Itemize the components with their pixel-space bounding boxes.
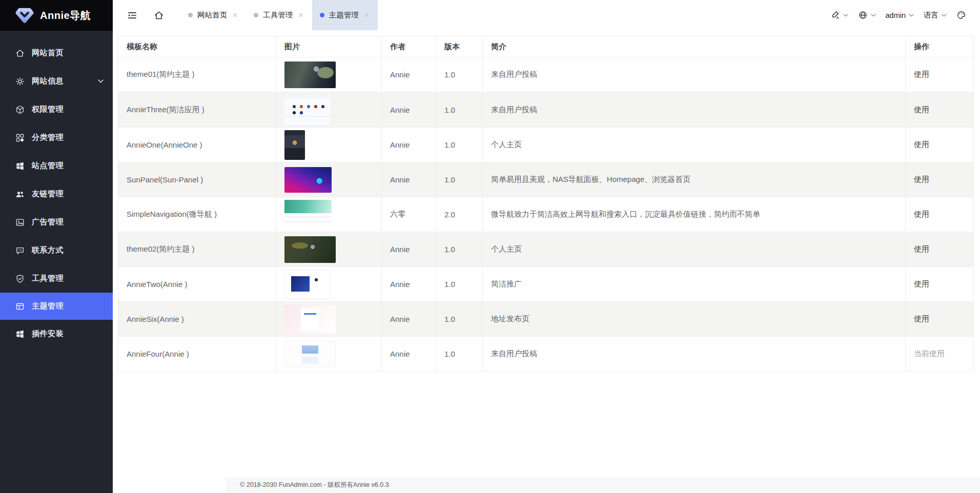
column-header-description: 简介 xyxy=(483,36,906,57)
table-row: AnnieOne(AnnieOne ) Annie 1.0 个人主页 使用 xyxy=(118,128,973,162)
template-description: 来自用户投稿 xyxy=(483,337,906,371)
template-version: 1.0 xyxy=(436,302,483,336)
topbar-right: A admin 语言 xyxy=(828,0,980,30)
template-thumbnail[interactable] xyxy=(284,305,336,334)
home-icon[interactable] xyxy=(146,0,172,30)
chevron-down-icon xyxy=(909,14,914,17)
sidebar-item-sites[interactable]: 站点管理 xyxy=(0,152,113,180)
template-author: Annie xyxy=(382,232,436,266)
main-area: 网站首页 × 工具管理 × 主题管理 × A xyxy=(113,0,980,493)
sidebar-item-themes[interactable]: 主题管理 xyxy=(0,293,113,320)
sidebar-item-site-info[interactable]: 网站信息 xyxy=(0,67,113,95)
tab-site-home[interactable]: 网站首页 × xyxy=(180,0,246,30)
user-dropdown[interactable]: admin xyxy=(883,11,917,19)
use-button[interactable]: 使用 xyxy=(914,105,929,115)
template-image-cell xyxy=(276,128,382,162)
svg-text:A: A xyxy=(836,15,839,20)
template-version: 1.0 xyxy=(436,92,483,127)
topbar: 网站首页 × 工具管理 × 主题管理 × A xyxy=(113,0,980,30)
shield-check-icon xyxy=(15,274,25,283)
template-version: 2.0 xyxy=(436,197,483,232)
tab-bar: 网站首页 × 工具管理 × 主题管理 × xyxy=(180,0,378,30)
template-name: AnnieFour(Annie ) xyxy=(118,337,276,371)
logo[interactable]: Annie导航 xyxy=(0,0,113,31)
template-thumbnail[interactable] xyxy=(284,236,336,263)
users-icon xyxy=(15,190,25,199)
theme-palette-button[interactable] xyxy=(954,10,969,20)
use-button[interactable]: 使用 xyxy=(914,279,929,289)
footer: © 2018-2030 FunAdmin.com - 版权所有Annie v6.… xyxy=(226,477,980,493)
sidebar-item-label: 分类管理 xyxy=(32,133,64,142)
sidebar-item-contact[interactable]: 联系方式 xyxy=(0,236,113,264)
brush-icon: A xyxy=(830,10,840,20)
tab-label: 工具管理 xyxy=(263,10,293,20)
chevron-down-icon xyxy=(871,14,876,17)
template-thumbnail[interactable] xyxy=(284,94,331,125)
close-icon[interactable]: × xyxy=(363,10,370,20)
template-description: 简单易用且美观，NAS导航面板、Homepage、浏览器首页 xyxy=(483,162,906,197)
copyright-text: © 2018-2030 FunAdmin.com - 版权所有Annie v6.… xyxy=(240,481,389,489)
sidebar-collapse-button[interactable] xyxy=(119,0,146,30)
tab-label: 主题管理 xyxy=(329,10,359,20)
use-button[interactable]: 使用 xyxy=(914,140,929,150)
sidebar-item-tools[interactable]: 工具管理 xyxy=(0,264,113,293)
table-row: theme01(简约主题 ) Annie 1.0 来自用户投稿 使用 xyxy=(118,57,973,92)
sidebar-item-label: 工具管理 xyxy=(32,274,64,283)
sidebar-item-friend-links[interactable]: 友链管理 xyxy=(0,180,113,208)
sidebar-item-ads[interactable]: 广告管理 xyxy=(0,208,113,236)
globe-dropdown[interactable] xyxy=(855,10,879,20)
template-thumbnail[interactable] xyxy=(284,167,332,193)
template-name: AnnieOne(AnnieOne ) xyxy=(118,128,276,162)
template-description: 微导航致力于简洁高效上网导航和搜索入口，沉淀最具价值链接，简约而不简单 xyxy=(483,197,906,232)
app-root: Annie导航 网站首页 网站信息 xyxy=(0,0,980,493)
tab-label: 网站首页 xyxy=(197,10,227,20)
current-use-label: 当前使用 xyxy=(914,349,945,359)
column-header-author: 作者 xyxy=(382,36,436,57)
clear-cache-dropdown[interactable]: A xyxy=(828,10,851,20)
user-name: admin xyxy=(886,11,906,19)
language-dropdown[interactable]: 语言 xyxy=(921,10,949,20)
tab-tools[interactable]: 工具管理 × xyxy=(246,0,312,30)
sidebar-item-label: 主题管理 xyxy=(32,301,64,311)
template-image-cell xyxy=(276,162,382,197)
template-description: 个人主页 xyxy=(483,232,906,266)
table-row: AnnieTwo(Annie ) Annie 1.0 简洁推广 使用 xyxy=(118,267,973,302)
column-header-action: 操作 xyxy=(906,36,974,57)
template-thumbnail[interactable] xyxy=(284,341,336,367)
logo-gem-icon xyxy=(15,7,34,24)
template-image-cell xyxy=(276,267,382,301)
sidebar-item-permissions[interactable]: 权限管理 xyxy=(0,95,113,124)
template-author: Annie xyxy=(382,57,436,92)
template-description: 来自用户投稿 xyxy=(483,92,906,127)
chevron-down-icon xyxy=(98,79,104,83)
use-button[interactable]: 使用 xyxy=(914,210,929,219)
template-version: 1.0 xyxy=(436,337,483,371)
sidebar-item-categories[interactable]: 分类管理 xyxy=(0,124,113,152)
template-thumbnail[interactable] xyxy=(284,270,331,299)
sidebar-item-label: 联系方式 xyxy=(32,245,64,255)
themes-table: 模板名称 图片 作者 版本 简介 操作 theme01(简约主题 ) Annie… xyxy=(118,36,974,372)
sidebar-item-site-home[interactable]: 网站首页 xyxy=(0,39,113,67)
palette-icon xyxy=(956,10,966,20)
template-name: AnnieSix(Annie ) xyxy=(118,302,276,336)
template-name: AnnieThree(简洁应用 ) xyxy=(118,92,276,127)
use-button[interactable]: 使用 xyxy=(914,314,929,324)
template-version: 1.0 xyxy=(436,232,483,266)
template-version: 1.0 xyxy=(436,267,483,301)
use-button[interactable]: 使用 xyxy=(914,244,929,254)
column-header-version: 版本 xyxy=(436,36,483,57)
sidebar-item-label: 友链管理 xyxy=(32,189,64,199)
template-thumbnail[interactable] xyxy=(284,200,332,230)
sidebar-item-plugins[interactable]: 插件安装 xyxy=(0,320,113,348)
template-thumbnail[interactable] xyxy=(284,130,305,160)
table-row: AnnieFour(Annie ) Annie 1.0 来自用户投稿 当前使用 xyxy=(118,337,973,372)
tab-themes[interactable]: 主题管理 × xyxy=(312,0,378,30)
use-button[interactable]: 使用 xyxy=(914,70,929,79)
template-thumbnail[interactable] xyxy=(284,61,336,88)
table-row: SimpleNavigation(微导航 ) 六零 2.0 微导航致力于简洁高效… xyxy=(118,197,973,232)
close-icon[interactable]: × xyxy=(232,10,238,20)
template-name: SimpleNavigation(微导航 ) xyxy=(118,197,276,232)
use-button[interactable]: 使用 xyxy=(914,175,929,184)
close-icon[interactable]: × xyxy=(297,10,304,20)
template-author: Annie xyxy=(382,302,436,336)
